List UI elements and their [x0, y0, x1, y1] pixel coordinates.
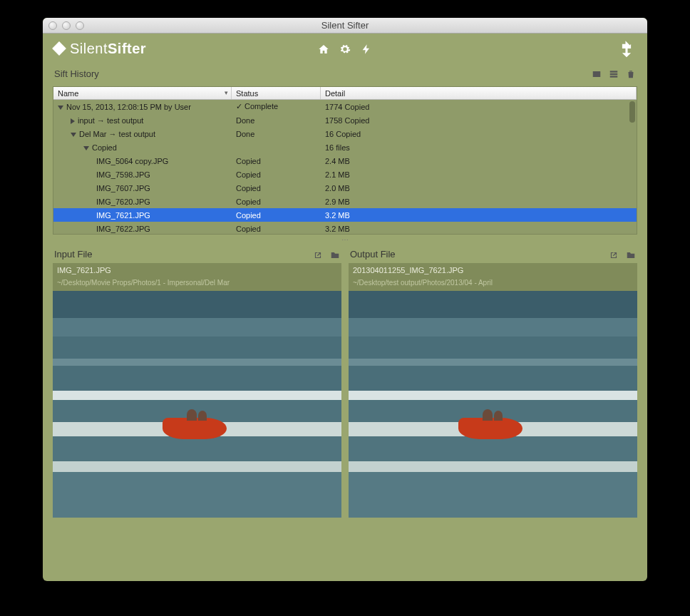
output-file-label: Output File: [350, 249, 396, 260]
folder-icon[interactable]: [626, 248, 636, 260]
app-window: Silent Sifter SilentSifter Sift History: [43, 18, 647, 581]
window-title: Silent Sifter: [43, 20, 647, 31]
section-title: Sift History: [54, 68, 99, 79]
row-name-text: IMG_7607.JPG: [96, 184, 150, 192]
table-row[interactable]: Del Mar → test outputDone16 Copied: [53, 127, 637, 140]
row-name-text: IMG_7598.JPG: [96, 170, 150, 179]
view-card-icon[interactable]: [592, 68, 602, 79]
chevron-down-icon[interactable]: [58, 106, 63, 110]
app-name: SilentSifter: [70, 41, 146, 57]
cell-detail: 3.2 MB: [321, 225, 637, 233]
titlebar: Silent Sifter: [43, 18, 647, 34]
input-file-pane: Input File IMG_7621.JPG ~/Desktop/Movie …: [53, 245, 341, 517]
cell-detail: 1758 Copied: [321, 116, 637, 125]
app-header: SilentSifter: [43, 34, 647, 63]
cell-status: Copied: [232, 225, 321, 233]
table-row[interactable]: IMG_7621.JPGCopied3.2 MB: [53, 208, 637, 222]
cell-name: IMG_7621.JPG: [53, 211, 232, 220]
cell-detail: 1774 Copied: [321, 103, 637, 111]
cell-status: ✓ Complete: [232, 102, 321, 111]
table-row[interactable]: IMG_7607.JPGCopied2.0 MB: [53, 181, 637, 195]
row-name-text: IMG_7620.JPG: [96, 197, 150, 206]
chevron-down-icon[interactable]: [83, 146, 89, 150]
column-detail[interactable]: Detail: [321, 87, 637, 99]
cell-status: Copied: [232, 197, 321, 206]
row-name-text: Del Mar → test output: [79, 130, 155, 138]
row-name-text: IMG_5064 copy.JPG: [96, 157, 168, 165]
table-header: Name ▾ Status Detail: [53, 87, 637, 100]
open-external-icon[interactable]: [313, 248, 323, 260]
cell-name: input → test output: [53, 116, 232, 125]
row-name-text: IMG_7621.JPG: [96, 211, 150, 220]
input-pane-header: Input File: [53, 245, 341, 262]
trash-icon[interactable]: [626, 68, 636, 79]
scrollbar-thumb[interactable]: [629, 101, 635, 123]
section-header: Sift History: [43, 63, 647, 82]
app-name-bold: Sifter: [108, 41, 146, 56]
column-status[interactable]: Status: [232, 87, 321, 99]
table-row[interactable]: IMG_7620.JPGCopied2.9 MB: [53, 195, 637, 208]
cell-name: Copied: [53, 143, 232, 152]
input-file-path: ~/Desktop/Movie Props/Photos/1 - Imperso…: [53, 277, 341, 291]
output-file-path: ~/Desktop/test output/Photos/2013/04 - A…: [349, 277, 637, 291]
table-row[interactable]: IMG_5064 copy.JPGCopied2.4 MB: [53, 154, 637, 168]
preview-row: Input File IMG_7621.JPG ~/Desktop/Movie …: [43, 245, 647, 527]
chevron-right-icon[interactable]: [71, 118, 75, 124]
row-name-text: IMG_7622.JPG: [96, 225, 150, 233]
table-row[interactable]: Nov 15, 2013, 12:08:15 PM by User✓ Compl…: [53, 100, 637, 113]
cell-name: Del Mar → test output: [53, 130, 232, 138]
svg-rect-3: [610, 76, 618, 78]
svg-rect-1: [610, 71, 618, 73]
header-center-icons: [318, 41, 372, 56]
header-right: [617, 39, 636, 58]
cell-status: Copied: [232, 170, 321, 179]
table-body[interactable]: Nov 15, 2013, 12:08:15 PM by User✓ Compl…: [53, 100, 637, 235]
input-file-name: IMG_7621.JPG: [53, 263, 341, 277]
cell-name: IMG_7622.JPG: [53, 225, 232, 233]
expand-icon[interactable]: [617, 41, 636, 55]
cell-status: Done: [232, 130, 321, 138]
table-row[interactable]: IMG_7598.JPGCopied2.1 MB: [53, 168, 637, 181]
chevron-down-icon[interactable]: [71, 133, 76, 137]
cell-name: IMG_7620.JPG: [53, 197, 232, 206]
output-pane-header: Output File: [349, 245, 637, 262]
view-list-icon[interactable]: [609, 68, 619, 79]
splitter-grip[interactable]: ⋯: [43, 235, 647, 245]
open-external-icon[interactable]: [609, 248, 619, 260]
output-image-preview: [349, 291, 637, 518]
column-name[interactable]: Name ▾: [53, 87, 232, 99]
cell-detail: 2.0 MB: [321, 184, 637, 192]
gear-icon[interactable]: [339, 41, 351, 56]
row-name-text: Nov 15, 2013, 12:08:15 PM by User: [66, 103, 191, 111]
output-file-pane: Output File 201304011255_IMG_7621.JPG ~/…: [349, 245, 637, 517]
sort-indicator-icon: ▾: [225, 89, 228, 96]
cell-status: Done: [232, 116, 321, 125]
app-name-light: Silent: [70, 41, 108, 56]
folder-icon[interactable]: [330, 248, 340, 260]
output-file-name: 201304011255_IMG_7621.JPG: [349, 263, 637, 277]
cell-name: Nov 15, 2013, 12:08:15 PM by User: [53, 103, 232, 111]
cell-detail: 2.9 MB: [321, 197, 637, 206]
table-row[interactable]: Copied16 files: [53, 140, 637, 154]
cell-detail: 16 Copied: [321, 130, 637, 138]
svg-rect-0: [593, 71, 601, 77]
row-name-text: input → test output: [78, 116, 143, 125]
table-row[interactable]: input → test outputDone1758 Copied: [53, 113, 637, 127]
cell-detail: 2.4 MB: [321, 157, 637, 165]
table-row[interactable]: IMG_7622.JPGCopied3.2 MB: [53, 222, 637, 235]
cell-detail: 16 files: [321, 143, 637, 152]
cell-status: Copied: [232, 157, 321, 165]
history-table: Name ▾ Status Detail Nov 15, 2013, 12:08…: [53, 86, 637, 235]
lightning-icon[interactable]: [361, 41, 372, 56]
app-logo-icon: [52, 41, 66, 56]
home-icon[interactable]: [318, 41, 329, 56]
svg-rect-2: [610, 73, 618, 75]
cell-detail: 2.1 MB: [321, 170, 637, 179]
cell-name: IMG_5064 copy.JPG: [53, 157, 232, 165]
row-name-text: Copied: [92, 143, 117, 152]
input-image-preview: [53, 291, 341, 518]
cell-name: IMG_7607.JPG: [53, 184, 232, 192]
cell-name: IMG_7598.JPG: [53, 170, 232, 179]
cell-detail: 3.2 MB: [321, 211, 637, 220]
input-file-label: Input File: [54, 249, 92, 260]
